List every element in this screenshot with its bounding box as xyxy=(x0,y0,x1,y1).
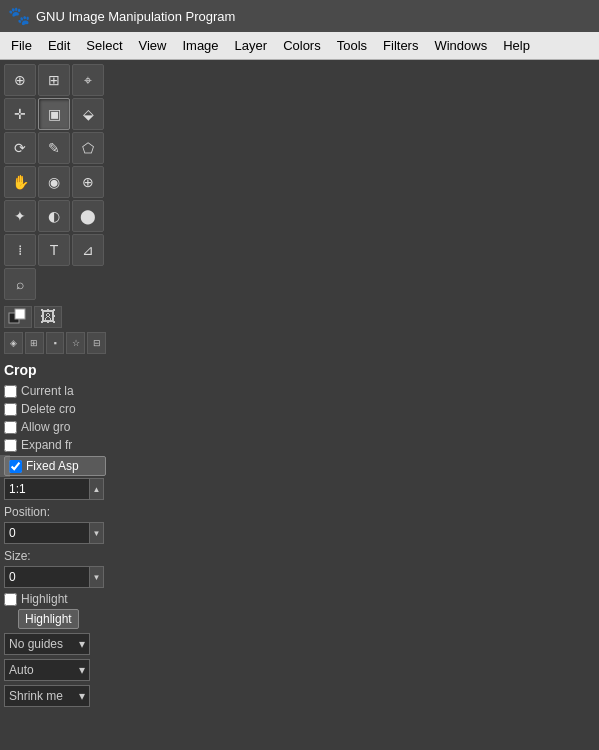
menu-item-edit[interactable]: Edit xyxy=(41,35,77,56)
delete-cropped-row: Delete cro xyxy=(4,400,106,418)
menu-item-layer[interactable]: Layer xyxy=(228,35,275,56)
menu-item-tools[interactable]: Tools xyxy=(330,35,374,56)
foreground-bg-icon[interactable] xyxy=(4,306,32,328)
guides-dropdown[interactable]: No guides ▾ xyxy=(4,633,90,655)
title-text: GNU Image Manipulation Program xyxy=(36,9,235,24)
menu-bar: FileEditSelectViewImageLayerColorsToolsF… xyxy=(0,32,599,60)
align-tool[interactable]: ✛ xyxy=(4,98,36,130)
menu-item-filters[interactable]: Filters xyxy=(376,35,425,56)
auto-chevron-icon: ▾ xyxy=(79,663,85,677)
size-spin[interactable]: ▼ xyxy=(90,566,104,588)
highlight-checkbox[interactable] xyxy=(4,593,17,606)
menu-item-help[interactable]: Help xyxy=(496,35,537,56)
active-image-btn[interactable]: 🖼 xyxy=(34,306,62,328)
highlight-dropdown[interactable]: Highlight xyxy=(18,609,79,629)
title-bar: 🐾 GNU Image Manipulation Program xyxy=(0,0,599,32)
current-layer-row: Current la xyxy=(4,382,106,400)
fixed-aspect-row: Fixed Asp xyxy=(4,456,106,476)
aspect-spin-up[interactable]: ▲ xyxy=(90,478,104,500)
delete-cropped-label: Delete cro xyxy=(21,402,76,416)
icon-1[interactable]: ⊞ xyxy=(25,332,44,354)
crop-tool[interactable]: ▣ xyxy=(38,98,70,130)
guides-label: No guides xyxy=(9,637,63,651)
perspective-tool[interactable]: ⊕ xyxy=(72,166,104,198)
highlight-option-row: Highlight xyxy=(4,590,106,608)
allow-growing-checkbox[interactable] xyxy=(4,421,17,434)
move-tool[interactable]: ⊕ xyxy=(4,64,36,96)
size-label: Size: xyxy=(4,546,106,564)
icon-2[interactable]: ▪ xyxy=(46,332,65,354)
aspect-value-row: ▲ xyxy=(4,478,106,500)
menu-item-windows[interactable]: Windows xyxy=(427,35,494,56)
tool-grid: ⊕⊞⌖✛▣⬙⟳✎⬠✋◉⊕✦◐⬤⁞T⊿⌕ xyxy=(0,60,110,304)
icon-3[interactable]: ☆ xyxy=(66,332,85,354)
expand-from-row: Expand fr xyxy=(4,436,106,454)
delete-cropped-checkbox[interactable] xyxy=(4,403,17,416)
rect-select-tool[interactable]: ⊞ xyxy=(38,64,70,96)
toolbox: ⊕⊞⌖✛▣⬙⟳✎⬠✋◉⊕✦◐⬤⁞T⊿⌕ 🖼 ◈ ⊞ ▪ ☆ ⊟ Crop Cur… xyxy=(0,60,110,750)
options-title: Crop xyxy=(4,360,106,382)
shrink-chevron-icon: ▾ xyxy=(79,689,85,703)
shrink-dropdown[interactable]: Shrink me ▾ xyxy=(4,685,90,707)
menu-item-select[interactable]: Select xyxy=(79,35,129,56)
path-tool[interactable]: ⬠ xyxy=(72,132,104,164)
clone-tool[interactable]: ✋ xyxy=(4,166,36,198)
current-layer-label: Current la xyxy=(21,384,74,398)
highlight-label: Highlight xyxy=(21,592,68,606)
smudge-tool[interactable]: ⬤ xyxy=(72,200,104,232)
size-input[interactable] xyxy=(4,566,90,588)
position-value-row: ▼ xyxy=(4,522,106,544)
allow-growing-row: Allow gro xyxy=(4,418,106,436)
svg-rect-1 xyxy=(15,309,25,319)
lasso-tool[interactable]: ⌖ xyxy=(72,64,104,96)
heal-tool[interactable]: ◉ xyxy=(38,166,70,198)
size-value-row: ▼ xyxy=(4,566,106,588)
zoom-tool[interactable]: ⌕ xyxy=(4,268,36,300)
bottom-icons-strip: ◈ ⊞ ▪ ☆ ⊟ xyxy=(0,330,110,356)
options-panel: Crop Current la Delete cro Allow gro Exp… xyxy=(0,360,110,709)
flip-tool[interactable]: ⟳ xyxy=(4,132,36,164)
position-label: Position: xyxy=(4,502,106,520)
guides-chevron-icon: ▾ xyxy=(79,637,85,651)
menu-item-file[interactable]: File xyxy=(4,35,39,56)
auto-row: Auto ▾ xyxy=(4,657,106,683)
gimp-logo-icon: 🐾 xyxy=(8,5,30,27)
menu-item-image[interactable]: Image xyxy=(175,35,225,56)
icon-4[interactable]: ⊟ xyxy=(87,332,106,354)
shrink-label: Shrink me xyxy=(9,689,63,703)
menu-item-view[interactable]: View xyxy=(132,35,174,56)
auto-label: Auto xyxy=(9,663,34,677)
blur-tool[interactable]: ✦ xyxy=(4,200,36,232)
left-cursor-indicator xyxy=(0,455,10,477)
measure-tool[interactable]: ⊿ xyxy=(72,234,104,266)
position-input[interactable] xyxy=(4,522,90,544)
shrink-row: Shrink me ▾ xyxy=(4,683,106,709)
aspect-value-input[interactable] xyxy=(4,478,90,500)
screen-area: 🖼 xyxy=(0,304,110,330)
position-spin[interactable]: ▼ xyxy=(90,522,104,544)
dodge-tool[interactable]: ◐ xyxy=(38,200,70,232)
expand-from-label: Expand fr xyxy=(21,438,72,452)
transform-tool[interactable]: ⬙ xyxy=(72,98,104,130)
text-tool2[interactable]: T xyxy=(38,234,70,266)
fixed-aspect-checkbox[interactable] xyxy=(9,460,22,473)
text-tool[interactable]: ✎ xyxy=(38,132,70,164)
current-layer-checkbox[interactable] xyxy=(4,385,17,398)
auto-dropdown[interactable]: Auto ▾ xyxy=(4,659,90,681)
main-canvas-area xyxy=(110,60,599,750)
menu-item-colors[interactable]: Colors xyxy=(276,35,328,56)
allow-growing-label: Allow gro xyxy=(21,420,70,434)
no-guides-row: No guides ▾ xyxy=(4,631,106,657)
expand-from-checkbox[interactable] xyxy=(4,439,17,452)
fixed-aspect-label: Fixed Asp xyxy=(26,459,79,473)
ink-tool[interactable]: ⁞ xyxy=(4,234,36,266)
icon-0[interactable]: ◈ xyxy=(4,332,23,354)
